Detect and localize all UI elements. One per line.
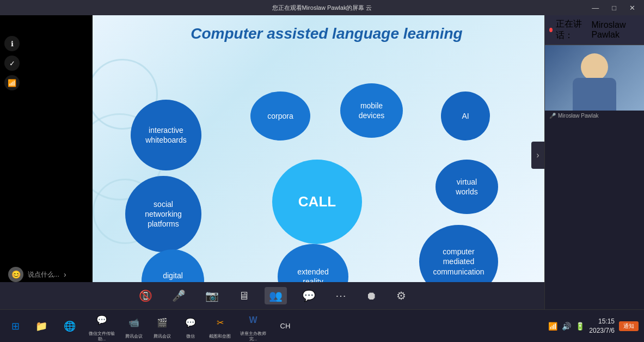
bubble-label-mobile-devices: mobile devices — [359, 101, 384, 120]
end-meeting-button[interactable]: 📵 — [134, 287, 157, 304]
collapse-icon: › — [536, 150, 539, 160]
edge-icon: 🌐 — [60, 316, 79, 336]
wechat-file-label: 微信文件传输助... — [88, 331, 115, 341]
mic-icon: 🎤 — [549, 113, 556, 119]
start-button[interactable]: ⊞ — [5, 316, 25, 336]
chat-area: 😊 说点什么... › — [8, 267, 66, 282]
speaker-name-header: Miroslaw Pawlak — [591, 20, 640, 40]
word-label: 讲座主办教师完... — [240, 331, 267, 341]
collapse-button[interactable]: › — [531, 142, 544, 169]
info-icon[interactable]: ℹ — [4, 36, 20, 51]
person-body — [573, 78, 616, 111]
control-bar: 📵 🎤 📷 🖥 👥 💬 ⋯ ⏺ ⚙ — [0, 282, 544, 309]
person-head — [581, 53, 608, 81]
tencent-icon2: 🎬 — [152, 313, 172, 333]
screenshot-label: 截图和垒图 — [209, 334, 231, 339]
bubble-mobile-devices: mobile devices — [340, 83, 403, 138]
taskbar-tencent1[interactable]: 📹 腾讯会议 — [122, 312, 146, 340]
taskbar-ch[interactable]: CH — [273, 315, 297, 337]
close-button[interactable]: ✕ — [626, 3, 639, 13]
speaking-label: 正在讲话： — [556, 19, 588, 41]
bubble-label-call: CALL — [298, 193, 336, 211]
wechat-file-icon: 💬 — [92, 310, 112, 330]
window-controls: — □ ✕ — [588, 3, 639, 13]
clock-time: 15:15 — [589, 317, 615, 326]
taskbar-right: 📶 🔊 🔋 15:15 2023/7/6 通知 — [548, 317, 639, 335]
bubble-label-corpora: corpora — [267, 111, 293, 121]
taskbar-screenshot[interactable]: ✂ 截图和垒图 — [207, 312, 233, 340]
mic-toggle-button[interactable]: 🎤 — [168, 287, 190, 304]
taskbar: ⊞ 📁 🌐 💬 微信文件传输助... 📹 腾讯会议 🎬 腾讯会议 💬 微信 ✂ … — [0, 309, 644, 342]
chat-placeholder: 说点什么... — [28, 270, 59, 279]
left-panel: ℹ ✓ 📶 — [0, 15, 93, 309]
restore-button[interactable]: □ — [609, 3, 620, 13]
settings-button[interactable]: ⚙ — [392, 287, 410, 304]
speaking-indicator — [549, 28, 553, 32]
wechat-label: 微信 — [186, 334, 195, 339]
tencent-icon1: 📹 — [124, 313, 144, 333]
speaker-video — [545, 45, 644, 111]
bubble-label-interactive-whiteboards: interactive whiteboards — [145, 125, 187, 145]
clock-date: 2023/7/6 — [589, 326, 615, 335]
taskbar-edge[interactable]: 🌐 — [58, 315, 82, 337]
taskbar-file-manager[interactable]: 📁 — [29, 315, 53, 337]
camera-toggle-button[interactable]: 📷 — [201, 287, 223, 304]
file-manager-icon: 📁 — [32, 316, 51, 336]
speaker-header: 正在讲话： Miroslaw Pawlak — [545, 15, 644, 45]
word-icon: W — [243, 310, 263, 330]
more-button[interactable]: ⋯ — [331, 287, 351, 304]
share-screen-button[interactable]: 🖥 — [234, 288, 254, 304]
check-icon[interactable]: ✓ — [4, 56, 20, 71]
screenshot-icon: ✂ — [210, 313, 230, 333]
left-icon-group: ℹ ✓ 📶 — [4, 36, 20, 90]
bubble-label-ai: AI — [462, 111, 469, 121]
bubble-label-social-networking: social networking platforms — [145, 199, 182, 229]
wechat-icon: 💬 — [181, 313, 200, 333]
tencent-label1: 腾讯会议 — [125, 334, 143, 339]
slide-title: Computer assisted language learning — [120, 25, 533, 42]
bubble-virtual-worlds: virtual worlds — [436, 160, 498, 214]
taskbar-wechat-file[interactable]: 💬 微信文件传输助... — [86, 309, 118, 342]
bubble-label-virtual-worlds: virtual worlds — [456, 177, 477, 197]
bubble-label-computer-mediated: computer mediated communication — [433, 247, 484, 277]
record-button[interactable]: ⏺ — [361, 288, 381, 304]
notification-badge[interactable]: 通知 — [619, 321, 639, 331]
bubble-ai: AI — [441, 91, 490, 141]
bubble-interactive-whiteboards: interactive whiteboards — [131, 100, 201, 170]
minimize-button[interactable]: — — [588, 3, 602, 13]
system-clock: 15:15 2023/7/6 — [589, 317, 615, 335]
slide-area: Computer assisted language learning inte… — [93, 15, 544, 309]
tencent-label2: 腾讯会议 — [154, 334, 171, 339]
input-method-icon: CH — [275, 316, 295, 336]
chat-avatar: 😊 — [8, 267, 23, 282]
speaker-name-label: Mirosław Pawlak — [558, 113, 598, 119]
chat-expand-icon[interactable]: › — [64, 270, 66, 279]
right-panel: 正在讲话： Miroslaw Pawlak 🎤 Mirosław Pawlak — [544, 15, 644, 309]
taskbar-wifi-icon: 📶 — [548, 322, 557, 331]
top-bar: 您正在观看Miroslaw Pawlak的屏幕 云 — □ ✕ — [0, 0, 644, 15]
taskbar-tencent2[interactable]: 🎬 腾讯会议 — [150, 312, 174, 340]
taskbar-wechat[interactable]: 💬 微信 — [179, 312, 203, 340]
bubble-call: CALL — [272, 160, 362, 244]
chat-button[interactable]: 💬 — [298, 287, 320, 304]
speaker-label-bar: 🎤 Mirosław Pawlak — [545, 111, 644, 121]
screen-share-label: 您正在观看Miroslaw Pawlak的屏幕 云 — [272, 4, 372, 12]
taskbar-battery-icon: 🔋 — [575, 322, 585, 331]
bubble-corpora: corpora — [250, 91, 310, 141]
participants-button[interactable]: 👥 — [265, 287, 287, 304]
taskbar-word[interactable]: W 讲座主办教师完... — [237, 309, 269, 342]
bubble-social-networking: social networking platforms — [125, 176, 201, 252]
taskbar-volume-icon: 🔊 — [562, 322, 571, 331]
signal-icon[interactable]: 📶 — [4, 75, 20, 90]
